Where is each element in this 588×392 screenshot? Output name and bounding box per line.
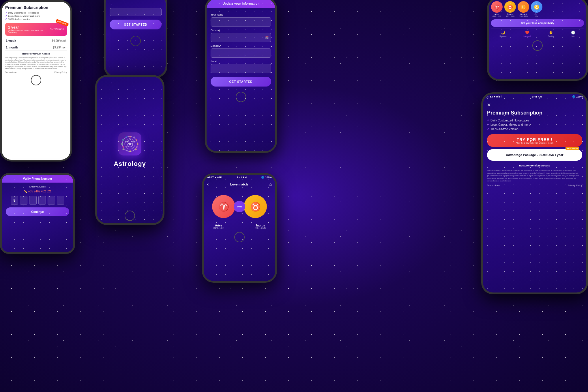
code-digit-6[interactable] (57, 196, 64, 205)
cancer-circle: ♋ (531, 1, 542, 13)
continue-button[interactable]: Continue (6, 207, 69, 216)
svg-point-14 (99, 99, 100, 100)
home-button[interactable] (31, 75, 41, 85)
taurus-label-item: Taurus (20/4 - 20/5) (255, 224, 266, 229)
gemini-dates: (21/5 - 20/6) (518, 15, 529, 17)
svg-line-8 (221, 13, 264, 114)
birthday-input[interactable]: 📅 (211, 33, 271, 42)
aries-label-item: Aries (21/3 - 19/4) (213, 224, 224, 229)
history-icon: 🕐 (571, 31, 575, 35)
phone-number-display: ✏️ +65 7462 462 321 (6, 190, 69, 193)
svg-text:♏: ♏ (122, 139, 124, 141)
history-label: History (571, 35, 576, 37)
svg-marker-35 (128, 142, 132, 145)
network-bg (106, 0, 166, 76)
battery-7: 🔵 100% (261, 176, 272, 179)
nav-palmistry[interactable]: ✋ Palmistry (548, 31, 554, 37)
phone-astrology-splash: ♈ ♉ ♊ ♋ ♌ ♍ ♎ ♏ ♐ ♑ ♒ ♓ Astrology (95, 75, 164, 225)
terms-of-use-link[interactable]: Terms of use (5, 71, 17, 73)
svg-point-6 (148, 50, 149, 51)
code-digit-5[interactable] (48, 196, 55, 205)
horoscope-icon: 🌙 (501, 31, 505, 35)
privacy-policy-link[interactable]: Privacy Policy (54, 71, 67, 73)
premium-title: Premium Subscription (5, 5, 67, 10)
gender-input[interactable] (211, 48, 271, 58)
plan-selected[interactable]: 1 year (3-days free trial, then $7.99/mo… (5, 23, 67, 36)
signal-7: AT&T ▾ WiFi (207, 176, 222, 179)
code-digit-1[interactable]: 8 (11, 196, 18, 205)
code-digit-3[interactable] (29, 196, 37, 205)
zodiac-icons-row: ♈ Aries (21/3 - 19/4) ♉ Taurus (20/4 - 2… (491, 1, 584, 17)
plan-week-name: 1 week (6, 39, 16, 42)
feature-item-1: Daily Customized Horoscopes (5, 12, 67, 14)
love-match-screen: ‹ Love match ⌂ ♈ 70% ♉ Aries (21/3 - 19/… (204, 179, 275, 229)
aries-match-circle: ♈ (212, 195, 235, 218)
zodiac-gemini: ♊ Gemini (21/5 - 20/6) (518, 1, 529, 17)
verify-screen: Verify Phone Number Enter your code ✏️ +… (2, 175, 73, 219)
code-digit-4[interactable] (38, 196, 46, 205)
svg-point-17 (148, 215, 149, 216)
home-nav-icon[interactable]: ⌂ (269, 182, 272, 187)
phone-love-match: AT&T ▾ WiFi 9:41 AM 🔵 100% ‹ Love match … (202, 173, 277, 283)
svg-text:♍: ♍ (122, 148, 124, 150)
svg-point-15 (111, 82, 112, 83)
phone-update-info: Update your information Your name Birthd… (205, 0, 277, 153)
gemini-label: Gemini (518, 13, 529, 15)
advantage-button[interactable]: Advantage Package - 69.99 USD / year (487, 149, 582, 161)
love-compat-button[interactable]: Get your love compatibility (491, 19, 584, 27)
svg-text:♌: ♌ (129, 150, 131, 152)
time-7: 9:41 AM (237, 176, 247, 179)
terms-text: Recurring Billing. Cancel anytime. Payme… (5, 57, 67, 70)
love-match-nav: ‹ Love match ⌂ (204, 179, 275, 189)
svg-text:♉: ♉ (136, 139, 138, 141)
aries-dates: (21/3 - 19/4) (491, 15, 503, 17)
svg-text:♐: ♐ (126, 136, 128, 138)
svg-text:♋: ♋ (135, 148, 137, 150)
svg-line-2 (134, 2, 163, 36)
aries-label: Aries (491, 13, 503, 15)
email-input[interactable] (211, 64, 271, 73)
svg-text:♒: ♒ (136, 146, 138, 148)
back-button[interactable]: ‹ (207, 182, 209, 187)
feature-item-2: Love, Career, Money and more (5, 15, 67, 17)
bottom-links: Terms of use Privacy Policy (5, 71, 67, 73)
plan-month-name: 1 month (6, 46, 18, 49)
love-match-label: Love match (524, 35, 531, 37)
phone-get-started-top: GET STARTED (104, 0, 167, 78)
home-button[interactable] (234, 232, 245, 242)
plan-month[interactable]: 1 month $9.99/mon (5, 44, 67, 51)
phone-zodiac-signs: ♈ Aries (21/3 - 19/4) ♉ Taurus (20/4 - 2… (487, 0, 588, 81)
calendar-icon: 📅 (265, 36, 269, 39)
home-button[interactable] (125, 211, 135, 221)
horoscope-label: Horoscope (499, 35, 506, 37)
code-boxes: 8 (6, 196, 69, 205)
your-name-input[interactable] (211, 17, 271, 27)
svg-text:♑: ♑ (133, 136, 135, 138)
plan-week[interactable]: 1 week $4.99/week (5, 37, 67, 44)
nav-horoscope[interactable]: 🌙 Horoscope (499, 31, 506, 37)
taurus-match-circle: ♉ (244, 195, 267, 218)
taurus-match-dates: (20/4 - 20/5) (255, 227, 266, 229)
match-area: ♈ 70% ♉ (204, 189, 275, 224)
zodiac-taurus: ♉ Taurus (20/4 - 20/5) (504, 1, 516, 17)
svg-text:♓: ♓ (122, 146, 124, 148)
advantage-text: Advantage Package - 69.99 USD / year (506, 153, 563, 157)
plan-month-price: $9.99/mon (53, 46, 66, 49)
restore-link[interactable]: Restore Premium Access (5, 52, 67, 55)
nav-love-match[interactable]: ❤️ Love match (524, 31, 531, 37)
svg-text:♈: ♈ (129, 136, 131, 138)
svg-text:♎: ♎ (121, 143, 123, 145)
bottom-nav: 🌙 Horoscope ❤️ Love match ✋ Palmistry 🕐 … (491, 29, 584, 39)
status-bar-7: AT&T ▾ WiFi 9:41 AM 🔵 100% (204, 175, 275, 179)
zodiac-aries: ♈ Aries (21/3 - 19/4) (491, 1, 503, 17)
code-digit-2[interactable] (20, 196, 27, 205)
taurus-label: Taurus (504, 13, 516, 15)
svg-point-3 (111, 4, 112, 5)
taurus-circle: ♉ (504, 1, 516, 13)
plan-name: 1 year (8, 25, 50, 29)
nav-history[interactable]: 🕐 History (571, 31, 576, 37)
best-value-badge: BEST VALUE (565, 147, 579, 150)
home-button[interactable] (532, 40, 543, 51)
svg-line-38 (541, 108, 586, 267)
palmistry-icon: ✋ (549, 31, 553, 35)
